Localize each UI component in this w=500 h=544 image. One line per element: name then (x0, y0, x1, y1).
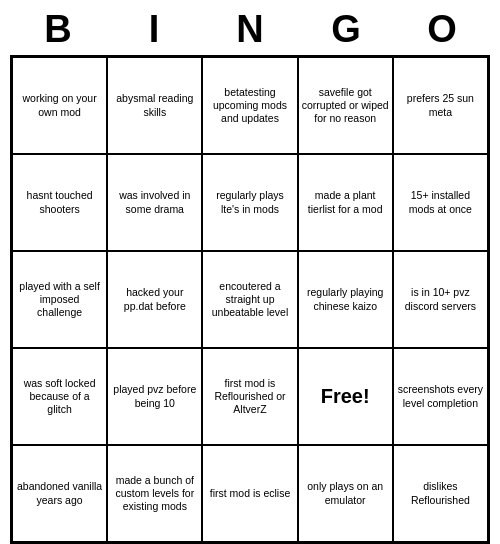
bingo-cell-2[interactable]: betatesting upcoming mods and updates (202, 57, 297, 154)
bingo-cell-1[interactable]: abysmal reading skills (107, 57, 202, 154)
bingo-cell-20[interactable]: abandoned vanilla years ago (12, 445, 107, 542)
bingo-cell-23[interactable]: only plays on an emulator (298, 445, 393, 542)
bingo-cell-13[interactable]: regularly playing chinese kaizo (298, 251, 393, 348)
bingo-cell-0[interactable]: working on your own mod (12, 57, 107, 154)
bingo-cell-7[interactable]: regularly plays lte's in mods (202, 154, 297, 251)
bingo-cell-3[interactable]: savefile got corrupted or wiped for no r… (298, 57, 393, 154)
bingo-cell-14[interactable]: is in 10+ pvz discord servers (393, 251, 488, 348)
bingo-cell-22[interactable]: first mod is eclise (202, 445, 297, 542)
bingo-title: B I N G O (10, 0, 490, 55)
bingo-cell-6[interactable]: was involved in some drama (107, 154, 202, 251)
bingo-cell-18[interactable]: Free! (298, 348, 393, 445)
bingo-cell-21[interactable]: made a bunch of custom levels for existi… (107, 445, 202, 542)
title-o: O (402, 8, 482, 51)
bingo-cell-4[interactable]: prefers 25 sun meta (393, 57, 488, 154)
bingo-cell-17[interactable]: first mod is Reflourished or AltverZ (202, 348, 297, 445)
bingo-cell-8[interactable]: made a plant tierlist for a mod (298, 154, 393, 251)
title-n: N (210, 8, 290, 51)
bingo-cell-5[interactable]: hasnt touched shooters (12, 154, 107, 251)
title-g: G (306, 8, 386, 51)
title-b: B (18, 8, 98, 51)
bingo-grid: working on your own modabysmal reading s… (10, 55, 490, 544)
bingo-cell-9[interactable]: 15+ installed mods at once (393, 154, 488, 251)
bingo-cell-10[interactable]: played with a self imposed challenge (12, 251, 107, 348)
bingo-cell-16[interactable]: played pvz before being 10 (107, 348, 202, 445)
title-i: I (114, 8, 194, 51)
bingo-cell-12[interactable]: encoutered a straight up unbeatable leve… (202, 251, 297, 348)
bingo-cell-19[interactable]: screenshots every level completion (393, 348, 488, 445)
bingo-cell-11[interactable]: hacked your pp.dat before (107, 251, 202, 348)
bingo-cell-24[interactable]: dislikes Reflourished (393, 445, 488, 542)
bingo-cell-15[interactable]: was soft locked because of a glitch (12, 348, 107, 445)
